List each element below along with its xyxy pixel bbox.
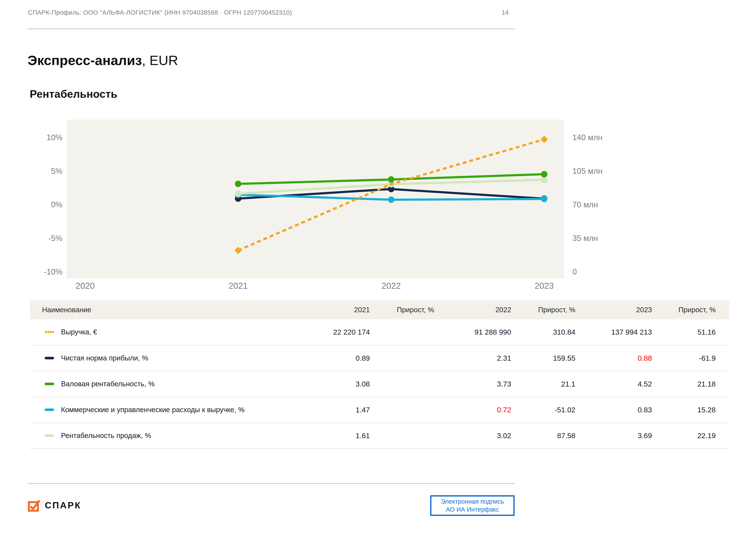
table-value-cell: 159.55: [511, 345, 576, 371]
point-marker: [541, 196, 547, 202]
table-value-cell: 87.58: [511, 423, 576, 448]
table-value-cell: 0.88: [576, 345, 652, 371]
profitability-chart: 10%5%0%-5%-10%140 млн105 млн70 млн35 млн…: [0, 119, 756, 296]
table-value-cell: 137 994 213: [576, 319, 652, 345]
footer-divider: [28, 483, 515, 484]
series-line-swatch: [44, 408, 54, 411]
point-marker: [541, 177, 547, 183]
table-value-cell: [370, 319, 434, 345]
table-value-cell: 21.1: [511, 371, 576, 397]
table-value-cell: [370, 345, 434, 371]
series-line-swatch: [44, 383, 54, 385]
table-value-cell: [370, 397, 434, 423]
table-value-cell: -61.9: [652, 345, 716, 371]
table-row: Коммерческие и управленческие расходы к …: [30, 397, 729, 423]
page-number: 14: [466, 9, 509, 16]
table-header-cell: Прирост, %: [370, 300, 434, 319]
table-value-cell: 3.08: [296, 371, 370, 397]
page-title-currency: , EUR: [142, 53, 178, 68]
table-value-cell: 0.72: [434, 397, 511, 423]
spark-logo-text: СПАРК: [45, 500, 81, 511]
table-value-cell: 21.18: [652, 371, 716, 397]
table-value-cell: 2.31: [434, 345, 511, 371]
report-page: СПАРК-Профиль: ООО "АЛЬФА-ЛОГИСТИК" (ИНН…: [0, 0, 756, 534]
table-value-cell: 22 220 174: [296, 319, 370, 345]
table-header-cell: 2023: [576, 300, 652, 319]
table-value-cell: 0.83: [576, 397, 652, 423]
series-label: Валовая рентабельность, %: [61, 380, 154, 388]
x-axis-year-label: 2022: [382, 281, 401, 291]
table-value-cell: 3.69: [576, 423, 652, 448]
right-axis-tick: 140 млн: [572, 133, 602, 142]
signature-line-1: Электронная подпись: [441, 497, 504, 506]
spark-checkbox-icon: [28, 499, 41, 512]
right-axis-tick: 70 млн: [572, 200, 598, 209]
section-title: Рентабельность: [30, 88, 118, 100]
series-line-swatch: [44, 434, 54, 437]
table-header-cell: Наименование: [30, 300, 296, 319]
profitability-chart-svg: 10%5%0%-5%-10%140 млн105 млн70 млн35 млн…: [0, 119, 756, 296]
right-axis-tick: 35 млн: [572, 234, 598, 243]
x-axis-year-label: 2021: [229, 281, 248, 291]
table-value-cell: 15.28: [652, 397, 716, 423]
table-value-cell: 1.61: [296, 423, 370, 448]
table-value-cell: 0.89: [296, 345, 370, 371]
table-row: Чистая норма прибыли, %0.892.31159.550.8…: [30, 345, 729, 371]
left-axis-tick: 0%: [51, 200, 63, 209]
table-value-cell: 1.47: [296, 397, 370, 423]
point-marker: [388, 196, 394, 203]
table-row: Рентабельность продаж, %1.613.0287.583.6…: [30, 423, 729, 448]
table-value-cell: 3.02: [434, 423, 511, 448]
header-divider: [28, 28, 515, 29]
document-header: СПАРК-Профиль: ООО "АЛЬФА-ЛОГИСТИК" (ИНН…: [28, 9, 292, 16]
table-value-cell: 51.16: [652, 319, 716, 345]
table-value-cell: 310.84: [511, 319, 576, 345]
right-axis-tick: 0: [572, 267, 577, 276]
table-header-row: Наименование2021Прирост, %2022Прирост, %…: [30, 300, 729, 319]
left-axis-tick: 10%: [46, 133, 63, 142]
table-value-cell: 91 288 990: [434, 319, 511, 345]
table-value-cell: 4.52: [576, 371, 652, 397]
page-title: Экспресс-анализ, EUR: [28, 53, 178, 68]
series-line-swatch: [44, 331, 54, 333]
series-label: Коммерческие и управленческие расходы к …: [61, 406, 245, 414]
x-axis-year-label: 2020: [76, 281, 95, 291]
table-value-cell: 3.73: [434, 371, 511, 397]
table-header-cell: Прирост, %: [511, 300, 576, 319]
x-axis-year-label: 2023: [535, 281, 554, 291]
table-value-cell: 22.19: [652, 423, 716, 448]
digital-signature-stamp: Электронная подпись АО ИА Интерфакс: [430, 495, 515, 516]
signature-line-2: АО ИА Интерфакс: [446, 506, 499, 514]
right-axis-tick: 105 млн: [572, 167, 602, 175]
point-marker: [235, 191, 241, 197]
table-header-cell: 2022: [434, 300, 511, 319]
series-line-swatch: [44, 357, 54, 359]
table-row: Валовая рентабельность, %3.083.7321.14.5…: [30, 371, 729, 397]
table-value-cell: [370, 423, 434, 448]
table-header-cell: 2021: [296, 300, 370, 319]
table-value-cell: -51.02: [511, 397, 576, 423]
series-label: Чистая норма прибыли, %: [61, 354, 148, 362]
left-axis-tick: 5%: [51, 167, 63, 175]
table-value-cell: [370, 371, 434, 397]
point-marker: [388, 176, 394, 183]
series-label: Рентабельность продаж, %: [61, 431, 151, 440]
point-marker: [235, 181, 241, 187]
left-axis-tick: -5%: [48, 234, 63, 243]
table-header-cell: Прирост, %: [652, 300, 716, 319]
point-marker: [541, 171, 547, 177]
spark-logo: СПАРК: [28, 499, 81, 512]
profitability-table: Наименование2021Прирост, %2022Прирост, %…: [30, 300, 729, 449]
series-label: Выручка, €: [61, 328, 97, 336]
page-title-main: Экспресс-анализ: [28, 53, 142, 68]
left-axis-tick: -10%: [44, 267, 63, 276]
table-row: Выручка, €22 220 17491 288 990310.84137 …: [30, 319, 729, 345]
